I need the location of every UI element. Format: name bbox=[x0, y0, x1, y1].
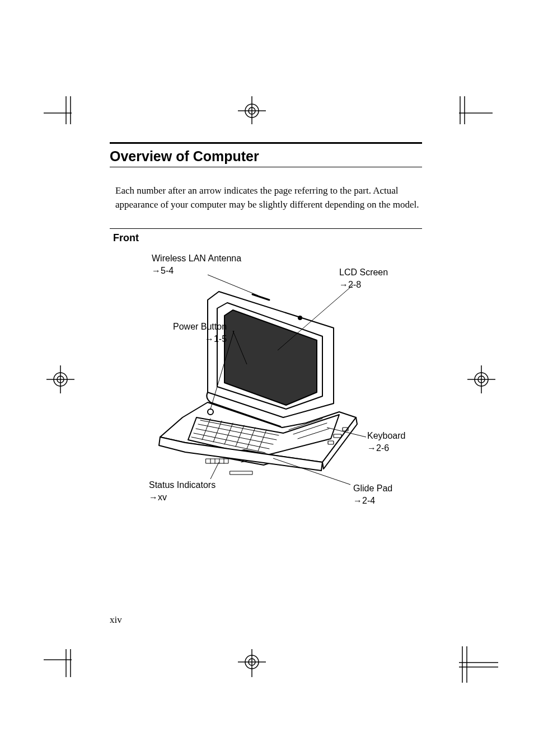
callout-keyboard: Keyboard →2-6 bbox=[367, 430, 406, 454]
callout-power-ref: 1-5 bbox=[214, 334, 227, 344]
callout-keyboard-label: Keyboard bbox=[367, 431, 406, 440]
svg-rect-54 bbox=[206, 459, 228, 463]
arrow-icon: → bbox=[339, 280, 348, 289]
callout-lcd: LCD Screen →2-8 bbox=[339, 266, 388, 290]
callout-glide-ref: 2-4 bbox=[362, 496, 375, 505]
callout-wlan-label: Wireless LAN Antenna bbox=[152, 253, 241, 263]
callout-status-ref: xv bbox=[158, 492, 167, 502]
callout-power-label: Power Button bbox=[173, 322, 227, 331]
rule-under-title bbox=[110, 167, 422, 167]
callout-power: Power Button →1-5 bbox=[173, 321, 227, 345]
section-heading: Front bbox=[113, 232, 422, 244]
callout-glide-label: Glide Pad bbox=[353, 483, 392, 493]
arrow-icon: → bbox=[152, 266, 161, 275]
arrow-icon: → bbox=[205, 334, 214, 344]
callout-lcd-label: LCD Screen bbox=[339, 267, 388, 277]
callout-status: Status Indicators →xv bbox=[149, 479, 216, 503]
callout-status-label: Status Indicators bbox=[149, 480, 216, 490]
callout-lcd-ref: 2-8 bbox=[348, 280, 361, 289]
page-number: xiv bbox=[110, 614, 122, 626]
svg-rect-59 bbox=[230, 471, 252, 475]
svg-point-53 bbox=[208, 409, 213, 415]
svg-point-61 bbox=[298, 316, 302, 320]
intro-paragraph: Each number after an arrow indicates the… bbox=[115, 184, 422, 212]
arrow-icon: → bbox=[149, 492, 158, 502]
callout-wlan: Wireless LAN Antenna →5-4 bbox=[152, 252, 241, 276]
laptop-illustration bbox=[154, 272, 367, 496]
callout-keyboard-ref: 2-6 bbox=[376, 443, 389, 453]
arrow-icon: → bbox=[367, 443, 376, 453]
callout-glide: Glide Pad →2-4 bbox=[353, 482, 392, 506]
rule-subhead bbox=[110, 228, 422, 229]
svg-line-60 bbox=[252, 294, 269, 300]
page-body: Overview of Computer Each number after a… bbox=[110, 142, 422, 535]
front-diagram: Wireless LAN Antenna →5-4 LCD Screen →2-… bbox=[110, 244, 422, 535]
rule-top bbox=[110, 142, 422, 144]
page-title: Overview of Computer bbox=[110, 148, 422, 165]
callout-wlan-ref: 5-4 bbox=[161, 266, 174, 275]
arrow-icon: → bbox=[353, 496, 362, 505]
